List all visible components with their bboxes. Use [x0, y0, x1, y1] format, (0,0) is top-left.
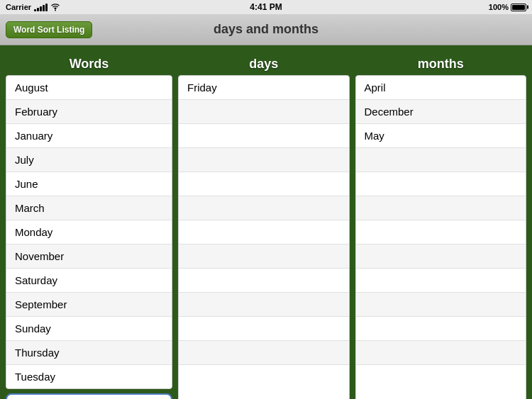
- word-item[interactable]: August: [6, 76, 172, 100]
- headers-row: Words days months: [6, 52, 526, 75]
- day-item[interactable]: [179, 100, 349, 124]
- words-list[interactable]: AugustFebruaryJanuaryJulyJuneMarchMonday…: [6, 75, 172, 389]
- carrier-label: Carrier: [6, 3, 31, 11]
- day-item[interactable]: [179, 317, 349, 341]
- month-item[interactable]: [356, 148, 526, 172]
- battery-icon: [511, 4, 526, 11]
- day-item[interactable]: Friday: [179, 76, 349, 100]
- month-item[interactable]: [356, 220, 526, 245]
- month-item[interactable]: [356, 196, 526, 220]
- months-list[interactable]: AprilDecemberMay: [355, 75, 527, 399]
- month-item[interactable]: [356, 365, 526, 389]
- month-item[interactable]: April: [356, 76, 526, 100]
- day-item[interactable]: [179, 124, 349, 148]
- word-item[interactable]: Saturday: [6, 269, 172, 293]
- day-item[interactable]: [179, 245, 349, 269]
- day-item[interactable]: [179, 293, 349, 317]
- days-list[interactable]: Friday: [178, 75, 350, 399]
- day-item[interactable]: [179, 269, 349, 293]
- months-header: months: [355, 52, 527, 75]
- status-bar: Carrier 4:41 PM 100%: [0, 0, 532, 14]
- day-item[interactable]: [179, 148, 349, 172]
- word-item[interactable]: Thursday: [6, 341, 172, 365]
- word-item[interactable]: November: [6, 245, 172, 269]
- month-item[interactable]: [356, 317, 526, 341]
- day-item[interactable]: [179, 341, 349, 365]
- days-header: days: [178, 52, 350, 75]
- day-item[interactable]: [179, 172, 349, 196]
- status-time: 4:41 PM: [250, 2, 282, 12]
- word-item[interactable]: September: [6, 293, 172, 317]
- month-item[interactable]: December: [356, 100, 526, 124]
- lists-row: AugustFebruaryJanuaryJulyJuneMarchMonday…: [6, 75, 526, 399]
- word-item[interactable]: January: [6, 124, 172, 148]
- month-item[interactable]: [356, 269, 526, 293]
- battery-percent: 100%: [489, 3, 509, 11]
- word-item[interactable]: July: [6, 148, 172, 172]
- wifi-icon: [50, 4, 60, 11]
- word-item[interactable]: Sunday: [6, 317, 172, 341]
- word-item[interactable]: June: [6, 172, 172, 196]
- word-item[interactable]: Monday: [6, 220, 172, 245]
- month-item[interactable]: [356, 245, 526, 269]
- reset-words-button[interactable]: Reset Words: [6, 393, 172, 399]
- word-item[interactable]: February: [6, 100, 172, 124]
- nav-title: days and months: [214, 22, 318, 37]
- words-header: Words: [6, 52, 172, 75]
- day-item[interactable]: [179, 220, 349, 245]
- day-item[interactable]: [179, 365, 349, 389]
- main-content: Words days months AugustFebruaryJanuaryJ…: [0, 45, 532, 399]
- svg-point-0: [55, 9, 56, 11]
- month-item[interactable]: May: [356, 124, 526, 148]
- month-item[interactable]: [356, 293, 526, 317]
- month-item[interactable]: [356, 172, 526, 196]
- day-item[interactable]: [179, 196, 349, 220]
- back-button[interactable]: Word Sort Listing: [6, 21, 92, 38]
- word-item[interactable]: March: [6, 196, 172, 220]
- words-column: AugustFebruaryJanuaryJulyJuneMarchMonday…: [6, 75, 172, 399]
- signal-icon: [34, 3, 48, 11]
- word-item[interactable]: Tuesday: [6, 365, 172, 388]
- nav-bar: Word Sort Listing days and months: [0, 14, 532, 45]
- month-item[interactable]: [356, 341, 526, 365]
